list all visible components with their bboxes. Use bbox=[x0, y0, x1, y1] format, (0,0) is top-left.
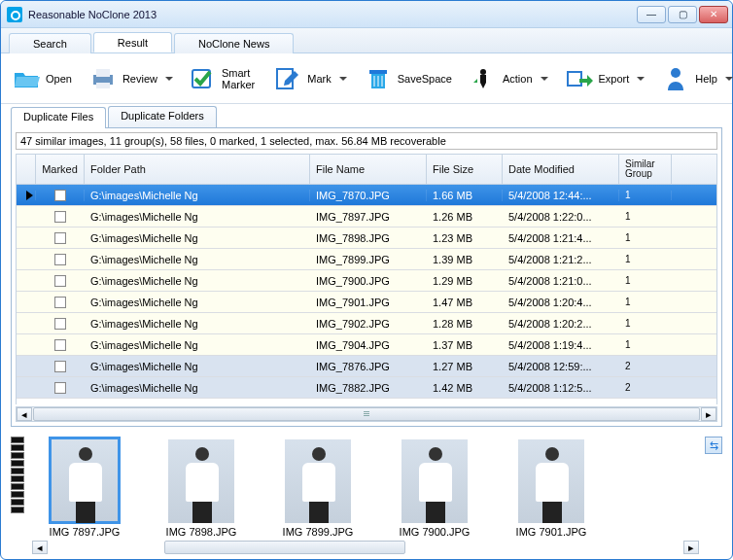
open-button[interactable]: Open bbox=[11, 61, 74, 96]
row-date: 5/4/2008 1:21:2... bbox=[503, 254, 619, 265]
scroll-right-button[interactable]: ▸ bbox=[683, 541, 699, 554]
toggle-preview-button[interactable]: ⇆ bbox=[705, 437, 722, 454]
svg-rect-11 bbox=[568, 72, 581, 86]
tab-news[interactable]: NoClone News bbox=[174, 33, 294, 53]
table-row[interactable]: G:\images\Michelle NgIMG_7901.JPG1.47 MB… bbox=[17, 292, 716, 313]
person-help-icon bbox=[662, 65, 689, 92]
row-marked-checkbox[interactable] bbox=[36, 275, 85, 287]
chevron-down-icon bbox=[339, 77, 347, 81]
row-marked-checkbox[interactable] bbox=[36, 297, 85, 308]
action-button[interactable]: Action bbox=[468, 61, 550, 96]
close-button[interactable]: ✕ bbox=[699, 6, 728, 23]
thumbnail[interactable]: IMG 7900.JPG bbox=[386, 438, 483, 538]
col-file-name[interactable]: File Name bbox=[310, 155, 427, 184]
row-folder-path: G:\images\Michelle Ng bbox=[85, 318, 310, 330]
minimize-button[interactable]: — bbox=[637, 6, 666, 23]
titlebar[interactable]: Reasonable NoClone 2013 — ▢ ✕ bbox=[1, 1, 732, 28]
table-row[interactable]: G:\images\Michelle NgIMG_7897.JPG1.26 MB… bbox=[17, 206, 716, 228]
thumbnail[interactable]: IMG 7901.JPG bbox=[503, 438, 600, 538]
chevron-down-icon bbox=[637, 77, 645, 81]
row-marked-checkbox[interactable] bbox=[36, 254, 85, 265]
col-marked[interactable]: Marked bbox=[36, 155, 85, 184]
table-row[interactable]: G:\images\Michelle NgIMG_7904.JPG1.37 MB… bbox=[17, 334, 716, 356]
row-folder-path: G:\images\Michelle Ng bbox=[85, 361, 310, 372]
results-panel: 47 similar images, 11 group(s), 58 files… bbox=[11, 127, 722, 427]
review-button[interactable]: Review bbox=[87, 61, 175, 96]
table-row[interactable]: G:\images\Michelle NgIMG_7900.JPG1.29 MB… bbox=[17, 270, 716, 292]
help-button[interactable]: Help bbox=[660, 61, 733, 96]
app-icon bbox=[7, 7, 22, 22]
row-folder-path: G:\images\Michelle Ng bbox=[85, 275, 310, 287]
thumbnail-image bbox=[167, 438, 235, 524]
row-marked-checkbox[interactable] bbox=[36, 318, 85, 330]
row-marked-checkbox[interactable] bbox=[36, 339, 85, 351]
col-date-modified[interactable]: Date Modified bbox=[503, 155, 619, 184]
row-file-name: IMG_7882.JPG bbox=[310, 382, 427, 394]
row-group: 1 bbox=[619, 340, 672, 350]
sub-tabs: Duplicate Files Duplicate Folders bbox=[1, 104, 732, 127]
smart-marker-button[interactable]: Smart Marker bbox=[189, 61, 259, 96]
table-row[interactable]: G:\images\Michelle NgIMG_7898.JPG1.23 MB… bbox=[17, 228, 716, 249]
thumbnail[interactable]: IMG 7899.JPG bbox=[269, 438, 366, 538]
subtab-duplicate-files[interactable]: Duplicate Files bbox=[11, 107, 106, 128]
table-row[interactable]: G:\images\Michelle NgIMG_7902.JPG1.28 MB… bbox=[17, 313, 716, 334]
thumbnail-image bbox=[401, 438, 469, 524]
row-group: 1 bbox=[619, 191, 672, 200]
scroll-left-button[interactable]: ◂ bbox=[17, 407, 32, 421]
scroll-left-button[interactable]: ◂ bbox=[32, 541, 48, 554]
savespace-button[interactable]: SaveSpace bbox=[363, 61, 454, 96]
window-title: Reasonable NoClone 2013 bbox=[28, 9, 637, 20]
col-file-size[interactable]: File Size bbox=[427, 155, 503, 184]
col-similar-group[interactable]: Similar Group bbox=[619, 155, 672, 184]
maximize-button[interactable]: ▢ bbox=[668, 6, 697, 23]
row-file-size: 1.29 MB bbox=[427, 275, 503, 287]
chevron-down-icon bbox=[541, 77, 548, 81]
table-row[interactable]: G:\images\Michelle NgIMG_7882.JPG1.42 MB… bbox=[17, 377, 716, 399]
horizontal-scrollbar[interactable]: ◂ ▸ bbox=[16, 406, 717, 422]
row-folder-path: G:\images\Michelle Ng bbox=[85, 382, 310, 394]
row-file-name: IMG_7901.JPG bbox=[310, 297, 427, 308]
row-marked-checkbox[interactable] bbox=[36, 211, 85, 223]
thumbs-scrollbar[interactable]: ◂ ▸ bbox=[32, 540, 699, 555]
tab-search[interactable]: Search bbox=[9, 33, 91, 53]
row-marked-checkbox[interactable] bbox=[36, 361, 85, 372]
printer-icon bbox=[89, 65, 117, 92]
row-marked-checkbox[interactable] bbox=[36, 190, 85, 201]
table-row[interactable]: G:\images\Michelle NgIMG_7899.JPG1.39 MB… bbox=[17, 249, 716, 270]
trash-icon bbox=[365, 65, 392, 92]
scroll-right-button[interactable]: ▸ bbox=[701, 407, 716, 421]
row-folder-path: G:\images\Michelle Ng bbox=[85, 339, 310, 351]
table-row[interactable]: G:\images\Michelle NgIMG_7870.JPG1.66 MB… bbox=[17, 185, 716, 206]
row-file-size: 1.26 MB bbox=[427, 211, 503, 223]
tab-result[interactable]: Result bbox=[93, 32, 172, 52]
status-summary: 47 similar images, 11 group(s), 58 files… bbox=[16, 132, 717, 150]
row-group: 1 bbox=[619, 276, 672, 286]
row-group: 1 bbox=[619, 319, 672, 329]
row-group: 2 bbox=[619, 362, 672, 371]
row-indicator bbox=[17, 191, 36, 200]
row-group: 1 bbox=[619, 212, 672, 222]
mark-button[interactable]: Mark bbox=[272, 61, 348, 96]
subtab-duplicate-folders[interactable]: Duplicate Folders bbox=[108, 106, 217, 127]
help-label: Help bbox=[695, 73, 717, 85]
svg-rect-1 bbox=[96, 69, 110, 77]
row-group: 1 bbox=[619, 233, 672, 243]
row-marked-checkbox[interactable] bbox=[36, 232, 85, 244]
svg-point-12 bbox=[671, 68, 681, 78]
table-row[interactable]: G:\images\Michelle NgIMG_7876.JPG1.27 MB… bbox=[17, 356, 716, 377]
thumbnail[interactable]: IMG 7897.JPG bbox=[36, 438, 133, 538]
thumbnail-label: IMG 7897.JPG bbox=[50, 526, 121, 538]
check-box-icon bbox=[191, 65, 216, 92]
row-file-name: IMG_7897.JPG bbox=[310, 211, 427, 223]
export-button[interactable]: Export bbox=[564, 61, 647, 96]
row-folder-path: G:\images\Michelle Ng bbox=[85, 211, 310, 223]
export-arrow-icon bbox=[566, 65, 593, 92]
row-file-size: 1.47 MB bbox=[427, 297, 503, 308]
thumbnail[interactable]: IMG 7898.JPG bbox=[153, 438, 250, 538]
row-marked-checkbox[interactable] bbox=[36, 382, 85, 394]
row-folder-path: G:\images\Michelle Ng bbox=[85, 254, 310, 265]
results-grid: Marked Folder Path File Name File Size D… bbox=[16, 154, 717, 404]
row-file-name: IMG_7876.JPG bbox=[310, 361, 427, 372]
col-selector[interactable] bbox=[17, 155, 36, 184]
col-folder-path[interactable]: Folder Path bbox=[85, 155, 310, 184]
